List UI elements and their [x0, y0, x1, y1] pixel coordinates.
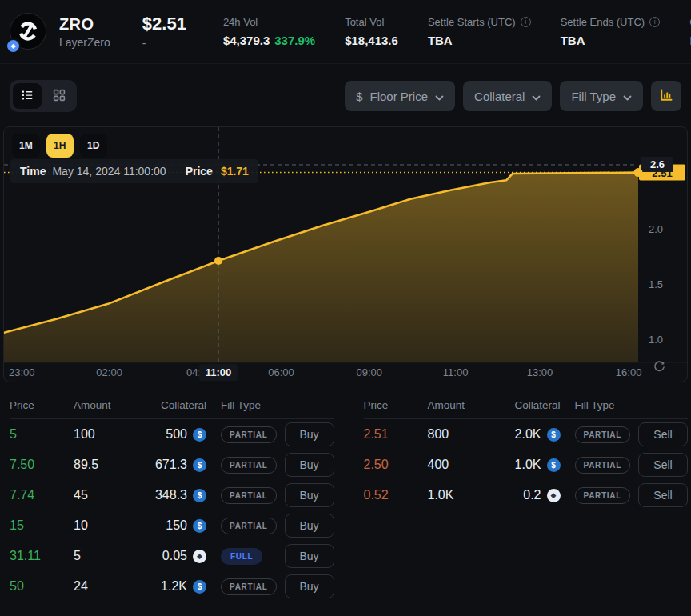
refresh-icon	[653, 364, 666, 376]
buy-button[interactable]: Buy	[285, 574, 334, 598]
stat-label-vol-24h: 24h Vol	[223, 16, 315, 28]
order-amount: 1.0K	[428, 488, 498, 502]
order-collateral-value: 671.3	[155, 458, 187, 472]
stat-value-settle-ends: TBA	[561, 34, 660, 47]
collateral-filter-label: Collateral	[474, 90, 525, 103]
column-header-fill-type: Fill Type	[569, 399, 631, 411]
interval-1d-button[interactable]: 1D	[80, 134, 107, 158]
fill-type-badge: PARTIAL	[575, 426, 631, 443]
fill-type-badge: FULL	[221, 548, 262, 565]
buy-button[interactable]: Buy	[285, 453, 334, 477]
order-amount: 400	[428, 458, 498, 472]
interval-1m-button[interactable]: 1M	[12, 134, 40, 158]
svg-text:2.0: 2.0	[649, 223, 663, 235]
chart-toggle-button[interactable]	[651, 81, 681, 111]
stat-value-vol-24h: $4,379.3337.9%	[223, 34, 315, 47]
fill-type-badge: PARTIAL	[221, 426, 277, 443]
refresh-chart-button[interactable]	[651, 358, 668, 378]
buy-order-row: 1510150$PARTIALBuy	[10, 510, 334, 541]
sell-button[interactable]: Sell	[638, 422, 688, 446]
dollar-icon: $	[356, 90, 362, 103]
svg-text:13:00: 13:00	[527, 366, 553, 378]
token-symbol: ZRO	[59, 15, 110, 34]
sell-order-book: PriceAmountCollateralFill Type2.518002.0…	[346, 392, 691, 616]
svg-text:23:00: 23:00	[9, 366, 35, 378]
order-price: 50	[10, 579, 66, 594]
tooltip-time-label: Time	[20, 165, 46, 178]
fill-type-filter[interactable]: Fill Type	[560, 81, 643, 111]
token-header: ◆ ZRO LayerZero $2.51 - 24h Vol$4,379.33…	[0, 0, 691, 64]
sell-button[interactable]: Sell	[638, 453, 688, 477]
buy-order-row: 5100500$PARTIALBuy	[10, 419, 334, 450]
order-amount: 100	[74, 427, 144, 442]
svg-text:1.5: 1.5	[649, 278, 663, 290]
interval-1h-button[interactable]: 1H	[46, 134, 74, 158]
chart-icon	[659, 88, 673, 105]
grid-view-button[interactable]	[45, 83, 74, 109]
svg-text:1.0: 1.0	[649, 334, 663, 346]
floor-price-filter[interactable]: $ Floor Price	[345, 81, 455, 111]
sell-button[interactable]: Sell	[638, 483, 688, 507]
stat-change-percent: 337.9%	[274, 34, 315, 47]
buy-button[interactable]: Buy	[285, 422, 334, 446]
column-header-fill-type: Fill Type	[214, 399, 277, 411]
fill-type-cell: PARTIAL	[214, 457, 277, 474]
token-price-change: -	[142, 37, 186, 50]
buy-button[interactable]: Buy	[285, 483, 334, 507]
order-collateral-value: 2.0K	[515, 427, 541, 442]
fill-type-badge: PARTIAL	[575, 457, 631, 474]
toolbar: $ Floor Price Collateral Fill Type	[0, 64, 691, 112]
buy-order-row: 50241.2K$PARTIALBuy	[10, 571, 334, 602]
order-collateral: 0.05◆	[152, 549, 206, 563]
order-amount: 24	[74, 579, 144, 594]
buy-order-row: 31.1150.05◆FULLBuy	[10, 541, 334, 571]
view-toggle	[10, 80, 77, 112]
order-amount: 45	[74, 488, 144, 502]
order-collateral: 2.0K$	[506, 427, 561, 442]
svg-text:2.6: 2.6	[650, 158, 665, 170]
interval-selector: 1M1H1D	[12, 134, 107, 158]
order-price: 31.11	[10, 549, 66, 563]
grid-view-icon	[53, 89, 66, 104]
filter-bar: $ Floor Price Collateral Fill Type	[345, 81, 681, 111]
collateral-filter[interactable]: Collateral	[463, 81, 552, 111]
fill-type-cell: PARTIAL	[214, 518, 277, 534]
stat-settle-starts: Settle Starts (UTC)iTBA	[428, 16, 531, 47]
list-view-icon	[21, 89, 34, 104]
sell-order-row: 0.521.0K0.2◆PARTIALSell	[364, 480, 689, 510]
stat-settle-ends: Settle Ends (UTC)iTBA	[561, 16, 660, 47]
buy-book-header: PriceAmountCollateralFill Type	[10, 392, 334, 419]
fill-type-badge: PARTIAL	[221, 518, 277, 534]
fill-type-cell: PARTIAL	[214, 578, 277, 595]
buy-order-row: 7.7445348.3$PARTIALBuy	[10, 480, 334, 510]
eth-chain-badge-icon: ◆	[6, 38, 21, 54]
order-collateral: 500$	[152, 427, 206, 442]
order-collateral: 0.2◆	[506, 488, 561, 502]
fill-type-cell: PARTIAL	[569, 457, 631, 474]
usdc-icon: $	[193, 428, 206, 442]
list-view-button[interactable]	[13, 83, 42, 109]
fill-type-cell: PARTIAL	[214, 487, 277, 504]
order-collateral-value: 500	[166, 427, 187, 442]
chevron-down-icon	[623, 90, 632, 103]
fill-type-badge: PARTIAL	[575, 487, 631, 504]
usdc-icon: $	[193, 519, 206, 533]
stat-label-settle-ends: Settle Ends (UTC)i	[561, 16, 660, 28]
column-header-amount: Amount	[74, 399, 144, 411]
svg-text:02:00: 02:00	[96, 366, 122, 378]
tooltip-price-label: Price	[186, 165, 213, 178]
buy-order-row: 7.5089.5671.3$PARTIALBuy	[10, 450, 334, 480]
column-header-collateral: Collateral	[152, 399, 206, 411]
stat-value-settle-starts: TBA	[428, 34, 531, 47]
floor-price-filter-label: Floor Price	[370, 90, 429, 103]
fill-type-badge: PARTIAL	[221, 487, 277, 504]
fill-type-cell: PARTIAL	[569, 487, 631, 504]
order-amount: 5	[74, 549, 144, 563]
sell-order-row: 2.504001.0K$PARTIALSell	[364, 450, 689, 480]
buy-button[interactable]: Buy	[285, 544, 334, 568]
token-logo: ◆	[10, 13, 48, 51]
order-price: 7.50	[10, 458, 66, 472]
buy-button[interactable]: Buy	[285, 514, 334, 538]
column-header-collateral: Collateral	[506, 399, 561, 411]
order-collateral: 1.2K$	[152, 579, 206, 594]
